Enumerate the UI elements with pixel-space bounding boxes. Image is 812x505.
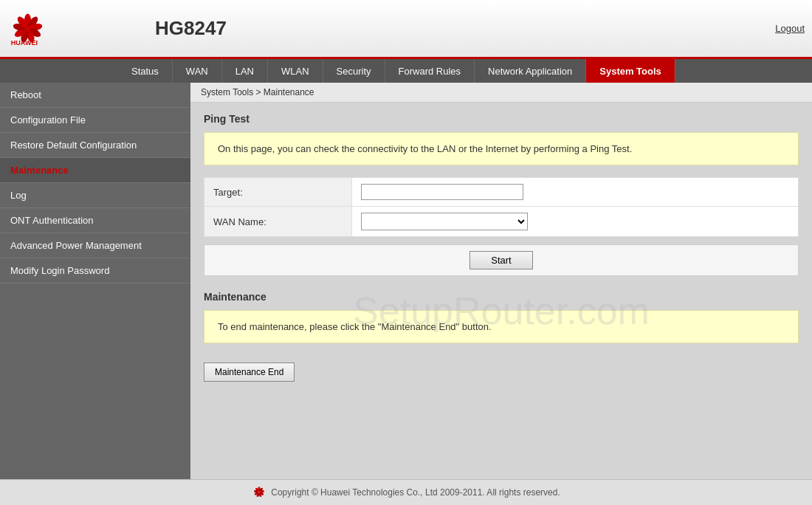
sidebar-configuration-file[interactable]: Configuration File — [0, 108, 190, 133]
nav-wlan[interactable]: WLAN — [268, 59, 323, 83]
nav-security[interactable]: Security — [323, 59, 385, 83]
ping-form-table: Target: WAN Name: — [204, 177, 799, 237]
wan-name-select[interactable] — [361, 213, 528, 230]
logo-area: HUAWEI — [7, 10, 155, 47]
footer-copyright: Copyright © Huawei Technologies Co., Ltd… — [271, 487, 560, 498]
target-row: Target: — [204, 178, 799, 207]
device-title: HG8247 — [155, 17, 227, 40]
maintenance-end-button[interactable]: Maintenance End — [204, 363, 295, 382]
wan-name-label: WAN Name: — [204, 207, 352, 237]
footer-logo-icon — [252, 486, 266, 499]
content-area: System Tools > Maintenance Ping Test On … — [190, 83, 812, 479]
nav-network-application[interactable]: Network Application — [475, 59, 586, 83]
wan-name-cell — [352, 207, 799, 237]
maintenance-info-box: To end maintenance, please click the "Ma… — [204, 310, 799, 343]
footer: Copyright © Huawei Technologies Co., Ltd… — [0, 479, 812, 505]
breadcrumb: System Tools > Maintenance — [190, 83, 812, 103]
target-input[interactable] — [361, 184, 523, 200]
ping-info-box: On this page, you can check the connecti… — [204, 132, 799, 165]
nav-lan[interactable]: LAN — [222, 59, 268, 83]
sidebar-maintenance[interactable]: Maintenance — [0, 158, 190, 183]
content-inner: Ping Test On this page, you can check th… — [190, 103, 812, 392]
nav-forward-rules[interactable]: Forward Rules — [385, 59, 475, 83]
sidebar-reboot[interactable]: Reboot — [0, 83, 190, 108]
ping-test-title: Ping Test — [204, 113, 799, 125]
svg-point-9 — [25, 25, 30, 30]
start-button[interactable]: Start — [469, 251, 532, 269]
sidebar-ont-authentication[interactable]: ONT Authentication — [0, 208, 190, 233]
maintenance-title: Maintenance — [204, 291, 799, 303]
sidebar-modify-login[interactable]: Modify Login Password — [0, 258, 190, 284]
huawei-logo-icon: HUAWEI — [7, 10, 48, 47]
nav-wan[interactable]: WAN — [173, 59, 222, 83]
target-cell — [352, 178, 799, 207]
logout-button[interactable]: Logout — [775, 23, 805, 34]
nav-status[interactable]: Status — [118, 59, 173, 83]
start-row: Start — [204, 244, 799, 276]
target-label: Target: — [204, 178, 352, 207]
main-layout: Reboot Configuration File Restore Defaul… — [0, 83, 812, 479]
wan-name-row: WAN Name: — [204, 207, 799, 237]
nav-system-tools[interactable]: System Tools — [586, 59, 675, 83]
svg-text:HUAWEI: HUAWEI — [11, 39, 38, 47]
sidebar-log[interactable]: Log — [0, 183, 190, 208]
sidebar-restore-default[interactable]: Restore Default Configuration — [0, 133, 190, 158]
nav-bar: Status WAN LAN WLAN Security Forward Rul… — [0, 59, 812, 83]
header: HUAWEI HG8247 Logout — [0, 0, 812, 59]
sidebar: Reboot Configuration File Restore Defaul… — [0, 83, 190, 479]
sidebar-advanced-power[interactable]: Advanced Power Management — [0, 233, 190, 258]
logo-text-area: HG8247 — [155, 17, 227, 40]
